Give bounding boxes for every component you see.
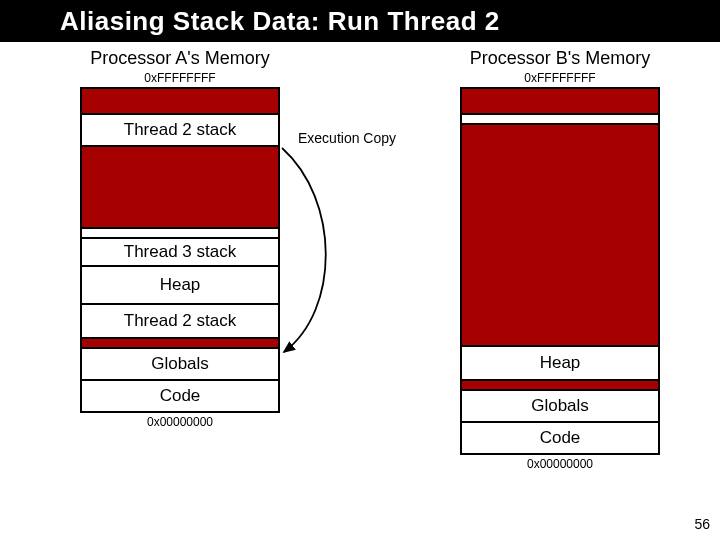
proc-b-top-addr: 0xFFFFFFFF (460, 71, 660, 85)
mem-segment-label: Globals (531, 396, 589, 416)
mem-segment-label: Globals (151, 354, 209, 374)
mem-segment (80, 339, 280, 349)
mem-segment-label: Code (160, 386, 201, 406)
proc-a-stack: Thread 2 stackThread 3 stackHeapThread 2… (80, 87, 280, 413)
proc-a-top-addr: 0xFFFFFFFF (80, 71, 280, 85)
proc-a-title: Processor A's Memory (80, 48, 280, 69)
mem-segment (460, 125, 660, 347)
mem-segment: Thread 2 stack (80, 305, 280, 339)
mem-segment: Globals (80, 349, 280, 381)
mem-segment (80, 147, 280, 229)
mem-segment-label: Code (540, 428, 581, 448)
mem-segment: Heap (80, 267, 280, 305)
proc-b-bottom-addr: 0x00000000 (460, 457, 660, 471)
mem-segment: Globals (460, 391, 660, 423)
proc-b-title: Processor B's Memory (460, 48, 660, 69)
mem-segment (80, 229, 280, 239)
mem-segment-label: Thread 3 stack (124, 242, 236, 262)
mem-segment-label: Heap (160, 275, 201, 295)
mem-segment (460, 381, 660, 391)
mem-segment-label: Thread 2 stack (124, 120, 236, 140)
slide-number: 56 (694, 516, 710, 532)
slide-title-text: Aliasing Stack Data: Run Thread 2 (60, 6, 500, 37)
mem-segment: Thread 2 stack (80, 115, 280, 147)
mem-segment: Heap (460, 347, 660, 381)
proc-a-bottom-addr: 0x00000000 (80, 415, 280, 429)
mem-segment-label: Thread 2 stack (124, 311, 236, 331)
mem-segment-label: Heap (540, 353, 581, 373)
mem-segment (460, 115, 660, 125)
processor-b-column: Processor B's Memory 0xFFFFFFFF HeapGlob… (460, 46, 660, 473)
execution-copy-label: Execution Copy (298, 130, 396, 146)
processor-a-column: Processor A's Memory 0xFFFFFFFF Thread 2… (80, 46, 280, 431)
slide-title: Aliasing Stack Data: Run Thread 2 (0, 0, 720, 42)
mem-segment: Code (80, 381, 280, 413)
mem-segment (460, 87, 660, 115)
mem-segment: Code (460, 423, 660, 455)
mem-segment (80, 87, 280, 115)
mem-segment: Thread 3 stack (80, 239, 280, 267)
proc-b-stack: HeapGlobalsCode (460, 87, 660, 455)
